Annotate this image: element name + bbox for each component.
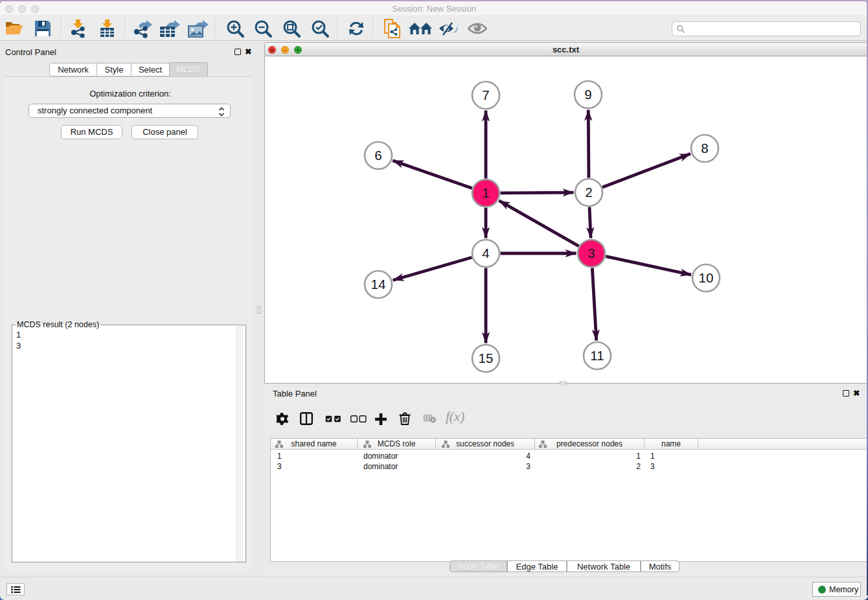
svg-text:7: 7 <box>482 87 489 102</box>
svg-text:10: 10 <box>699 270 714 285</box>
svg-text:8: 8 <box>701 141 708 156</box>
svg-text:4: 4 <box>482 246 489 260</box>
svg-text:14: 14 <box>371 277 386 292</box>
svg-text:15: 15 <box>479 351 494 365</box>
svg-text:3: 3 <box>588 246 595 260</box>
svg-text:11: 11 <box>590 348 604 363</box>
svg-text:2: 2 <box>585 185 592 200</box>
svg-text:9: 9 <box>584 87 591 102</box>
svg-text:6: 6 <box>374 148 382 163</box>
svg-text:1: 1 <box>482 185 489 200</box>
